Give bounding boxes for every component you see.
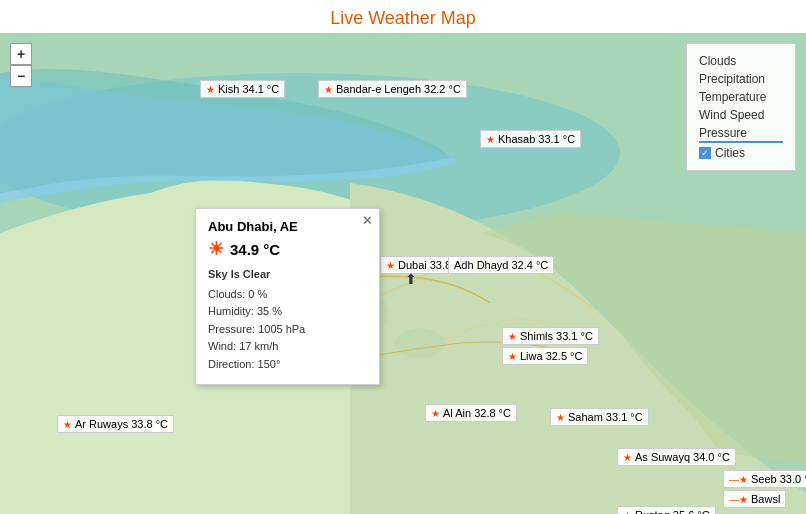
control-wind-speed[interactable]: Wind Speed	[699, 106, 783, 124]
city-name: Dubai	[398, 259, 427, 271]
city-name: Bawsl	[751, 493, 780, 505]
zoom-controls: + −	[10, 43, 32, 87]
cities-checkbox[interactable]: ✓	[699, 147, 711, 159]
city-name: Seeb	[751, 473, 777, 485]
city-label-bandar[interactable]: ★ Bandar-e Lengeh 32.2 °C	[318, 80, 467, 98]
city-label-liwa[interactable]: ★ Liwa 32.5 °C	[502, 347, 588, 365]
city-name: Ar Ruways	[75, 418, 128, 430]
city-name: Al Ain	[443, 407, 471, 419]
city-temp: 32.2 °C	[424, 83, 461, 95]
city-label-shimls[interactable]: ★ Shimls 33.1 °C	[502, 327, 599, 345]
map-container: + − ★ Kish 34.1 °C ★ Bandar-e Lengeh 32.…	[0, 33, 806, 514]
popup-wind: Wind: 17 km/h	[208, 338, 367, 356]
control-pressure[interactable]: Pressure	[699, 124, 783, 143]
control-temperature[interactable]: Temperature	[699, 88, 783, 106]
city-name: Rustaq	[635, 509, 670, 514]
popup-pressure: Pressure: 1005 hPa	[208, 321, 367, 339]
popup-humidity: Humidity: 35 %	[208, 303, 367, 321]
city-label-seeb[interactable]: —★ Seeb 33.0 °C	[723, 470, 806, 488]
city-temp: 34.0 °C	[693, 451, 730, 463]
page-title: Live Weather Map	[0, 0, 806, 33]
city-label-as-suwayq[interactable]: ★ As Suwayq 34.0 °C	[617, 448, 736, 466]
weather-icon: ☀	[208, 238, 224, 260]
city-name: As Suwayq	[635, 451, 690, 463]
city-temp: 35.6 °C	[673, 509, 710, 514]
city-temp: 33.1 °C	[606, 411, 643, 423]
control-precipitation[interactable]: Precipitation	[699, 70, 783, 88]
city-name: Saham	[568, 411, 603, 423]
zoom-in-button[interactable]: +	[10, 43, 32, 65]
city-name: Kish	[218, 83, 239, 95]
popup-city-name: Abu Dhabi, AE	[208, 219, 367, 234]
popup-clouds: Clouds: 0 %	[208, 286, 367, 304]
popup-temperature: ☀ 34.9 °C	[208, 238, 367, 260]
city-label-al-ain[interactable]: ★ Al Ain 32.8 °C	[425, 404, 517, 422]
city-label-khasab[interactable]: ★ Khasab 33.1 °C	[480, 130, 581, 148]
city-temp: 32.5 °C	[546, 350, 583, 362]
city-temp: 34.1 °C	[242, 83, 279, 95]
city-temp: 32.8 °C	[474, 407, 511, 419]
city-name: Shimls	[520, 330, 553, 342]
city-temp: 33.1 °C	[538, 133, 575, 145]
city-name: Adh Dhayd	[454, 259, 508, 271]
popup-sky-condition: Sky Is Clear	[208, 266, 367, 284]
control-clouds[interactable]: Clouds	[699, 52, 783, 70]
svg-point-3	[395, 328, 445, 358]
city-temp: 33.1 °C	[556, 330, 593, 342]
control-cities[interactable]: ✓ Cities	[699, 144, 783, 162]
city-label-saham[interactable]: ★ Saham 33.1 °C	[550, 408, 649, 426]
city-temp: 33.8 °C	[131, 418, 168, 430]
city-name: Bandar-e Lengeh	[336, 83, 421, 95]
city-label-bawsl[interactable]: —★ Bawsl	[723, 490, 786, 508]
zoom-out-button[interactable]: −	[10, 65, 32, 87]
city-popup: ✕ Abu Dhabi, AE ☀ 34.9 °C Sky Is Clear C…	[195, 208, 380, 385]
popup-close-button[interactable]: ✕	[362, 213, 373, 228]
city-label-kish[interactable]: ★ Kish 34.1 °C	[200, 80, 285, 98]
popup-details: Sky Is Clear Clouds: 0 % Humidity: 35 % …	[208, 266, 367, 374]
layer-controls: Clouds Precipitation Temperature Wind Sp…	[686, 43, 796, 171]
city-temp: 32.4 °C	[511, 259, 548, 271]
city-label-rustaq[interactable]: ★ Rustaq 35.6 °C	[617, 506, 716, 514]
popup-direction: Direction: 150°	[208, 356, 367, 374]
city-name: Liwa	[520, 350, 543, 362]
city-name: Khasab	[498, 133, 535, 145]
city-label-ar-ruways[interactable]: ★ Ar Ruways 33.8 °C	[57, 415, 174, 433]
city-label-adh-dhayd[interactable]: Adh Dhayd 32.4 °C	[448, 256, 554, 274]
cities-label: Cities	[715, 146, 745, 160]
city-temp: 33.0 °C	[780, 473, 806, 485]
